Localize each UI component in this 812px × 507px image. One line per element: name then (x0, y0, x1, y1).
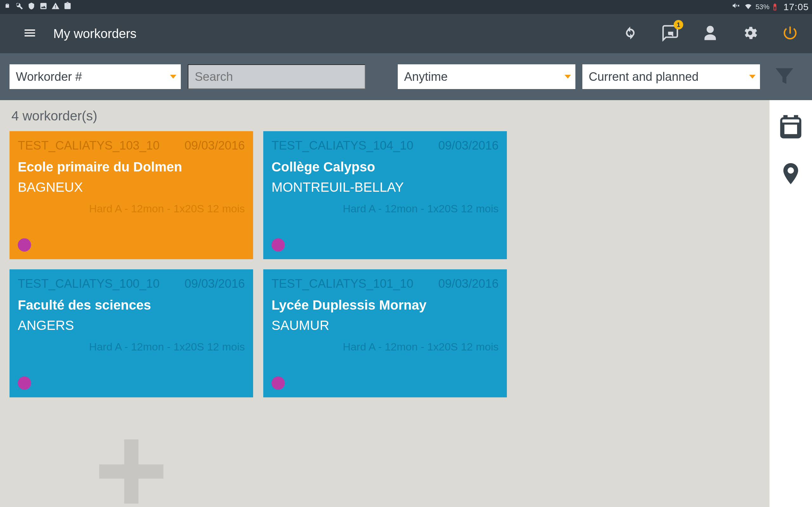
sort-select-value: Workorder # (16, 70, 82, 83)
map-view-button[interactable] (778, 161, 803, 187)
battery-percent: 53% (756, 3, 769, 11)
card-date: 09/03/2016 (185, 139, 245, 153)
wrench-icon (15, 2, 23, 12)
card-date: 09/03/2016 (438, 277, 499, 291)
shield-icon (27, 2, 36, 12)
status-right-icons: 53% 17:05 (733, 2, 809, 12)
appbar-actions: 1 (622, 24, 804, 43)
card-id: TEST_CALIATYS_100_10 (18, 277, 159, 291)
pin-icon (778, 161, 803, 186)
workorder-card[interactable]: TEST_CALIATYS_100_10 09/03/2016 Faculté … (9, 269, 253, 397)
workorder-grid: TEST_CALIATYS_103_10 09/03/2016 Ecole pr… (9, 131, 760, 507)
card-title: Ecole primaire du Dolmen (18, 159, 245, 175)
card-schedule: Hard A - 12mon - 1x20S 12 mois (18, 203, 245, 215)
hamburger-icon (23, 26, 37, 40)
power-icon (781, 24, 799, 42)
sort-select[interactable]: Workorder # (9, 64, 181, 89)
card-schedule: Hard A - 12mon - 1x20S 12 mois (18, 341, 245, 353)
status-dot (18, 238, 31, 251)
wifi-icon (744, 2, 752, 12)
calendar-view-button[interactable] (778, 114, 803, 141)
refresh-icon (622, 24, 639, 42)
card-city: SAUMUR (271, 318, 499, 333)
warning-icon (51, 2, 60, 12)
card-id: TEST_CALIATYS_104_10 (271, 139, 413, 153)
time-select-value: Anytime (404, 70, 448, 83)
mute-icon (733, 2, 741, 12)
filter-bar: Workorder # Anytime Current and planned (0, 53, 812, 100)
user-icon (702, 24, 719, 42)
chat-badge: 1 (674, 20, 683, 30)
card-header: TEST_CALIATYS_101_10 09/03/2016 (271, 277, 499, 291)
content-area: 4 workorder(s) TEST_CALIATYS_103_10 09/0… (0, 100, 812, 507)
chevron-down-icon (170, 75, 176, 78)
status-select[interactable]: Current and planned (582, 64, 760, 89)
menu-button[interactable] (23, 26, 37, 41)
status-clock: 17:05 (782, 2, 809, 12)
battery-indicator: 53% (756, 3, 779, 11)
status-dot (271, 238, 285, 251)
calendar-icon (778, 114, 803, 139)
workorder-card[interactable]: TEST_CALIATYS_101_10 09/03/2016 Lycée Du… (263, 269, 507, 397)
card-id: TEST_CALIATYS_101_10 (271, 277, 413, 291)
card-city: ANGERS (18, 318, 245, 333)
workorder-card[interactable]: TEST_CALIATYS_104_10 09/03/2016 Collège … (263, 131, 507, 259)
card-id: TEST_CALIATYS_103_10 (18, 139, 159, 153)
funnel-icon (773, 64, 796, 88)
status-select-value: Current and planned (589, 70, 699, 83)
card-title: Faculté des sciences (18, 297, 245, 313)
main-panel: 4 workorder(s) TEST_CALIATYS_103_10 09/0… (0, 100, 769, 507)
filter-button[interactable] (773, 64, 803, 89)
add-workorder-button[interactable] (9, 407, 253, 507)
app-bar: My workorders 1 (0, 14, 812, 53)
status-left-icons (3, 2, 72, 12)
card-schedule: Hard A - 12mon - 1x20S 12 mois (271, 341, 499, 353)
card-title: Lycée Duplessis Mornay (271, 297, 499, 313)
card-date: 09/03/2016 (185, 277, 245, 291)
status-dot (271, 377, 285, 390)
card-city: BAGNEUX (18, 180, 245, 195)
user-button[interactable] (702, 24, 719, 43)
card-header: TEST_CALIATYS_100_10 09/03/2016 (18, 277, 245, 291)
android-status-bar: 53% 17:05 (0, 0, 812, 14)
gear-icon (742, 24, 759, 42)
plus-icon (89, 429, 174, 507)
chat-button[interactable]: 1 (662, 24, 679, 43)
settings-button[interactable] (742, 24, 759, 43)
image-icon (39, 2, 48, 12)
time-select[interactable]: Anytime (398, 64, 575, 89)
chevron-down-icon (565, 75, 571, 78)
power-button[interactable] (781, 24, 799, 43)
workorder-count: 4 workorder(s) (11, 108, 760, 124)
usb-icon (3, 2, 11, 12)
clipboard-icon (63, 2, 72, 12)
card-header: TEST_CALIATYS_103_10 09/03/2016 (18, 139, 245, 153)
card-date: 09/03/2016 (438, 139, 499, 153)
workorder-card[interactable]: TEST_CALIATYS_103_10 09/03/2016 Ecole pr… (9, 131, 253, 259)
card-schedule: Hard A - 12mon - 1x20S 12 mois (271, 203, 499, 215)
refresh-button[interactable] (622, 24, 639, 43)
right-rail (769, 100, 812, 507)
card-title: Collège Calypso (271, 159, 499, 175)
status-dot (18, 377, 31, 390)
chevron-down-icon (749, 75, 756, 78)
search-input[interactable] (188, 64, 365, 89)
page-title: My workorders (53, 26, 136, 41)
card-city: MONTREUIL-BELLAY (271, 180, 499, 195)
card-header: TEST_CALIATYS_104_10 09/03/2016 (271, 139, 499, 153)
